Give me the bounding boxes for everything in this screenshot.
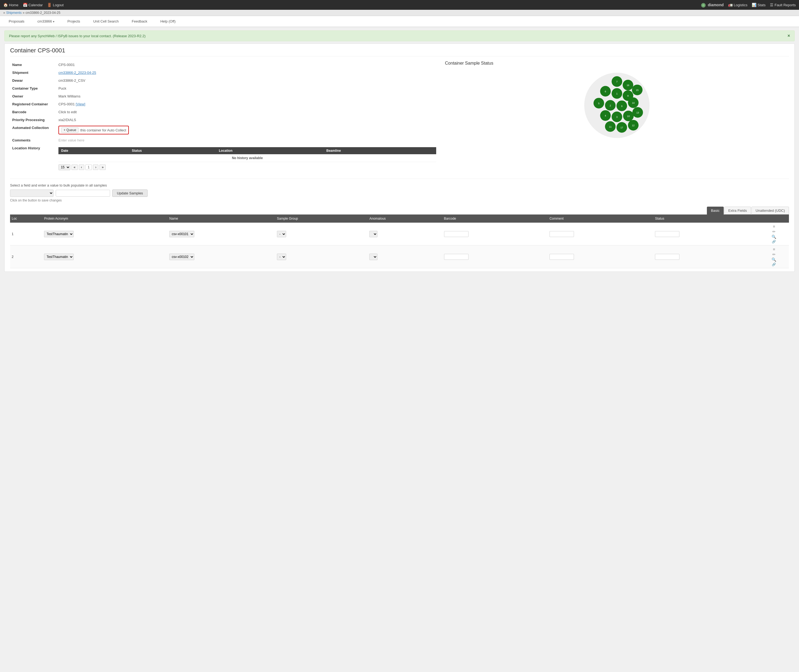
faultreports-link[interactable]: ☰ Fault Reports [770, 3, 796, 7]
row1-comment [548, 222, 653, 245]
faultreports-icon: ☰ [770, 3, 773, 7]
row1-protein-select[interactable]: TestThaumatin [44, 231, 74, 237]
tab-projects-label: Projects [67, 19, 80, 23]
alert-message: Please report any SynchWeb / ISPyB issue… [9, 34, 146, 38]
home-link[interactable]: 🏠 Home [3, 3, 18, 7]
field-automated-collection: Automated Collection + Queue this contai… [10, 124, 438, 136]
tab-basic[interactable]: Basic [707, 206, 724, 214]
puck-diagram: 7 16 6 1 8 15 5 2 [582, 70, 652, 141]
svg-text:11: 11 [609, 125, 612, 128]
row1-menu-button[interactable]: ≡ [773, 224, 775, 229]
puck-container: 7 16 6 1 8 15 5 2 [445, 70, 789, 141]
next-page-button[interactable]: › [93, 165, 98, 170]
tab-cm33866-label: cm33866 ▾ [37, 19, 55, 23]
row1-edit-button[interactable]: ✏ [772, 229, 776, 234]
row1-status [653, 222, 759, 245]
row1-search-button[interactable]: 🔍 [772, 235, 776, 239]
stats-link[interactable]: 📊 Stats [752, 3, 765, 7]
field-name: Name CPS-0001 [10, 61, 438, 69]
last-page-button[interactable]: » [99, 165, 106, 170]
first-page-button[interactable]: « [71, 165, 78, 170]
pagination: 15 25 50 « ‹ 1 › » [58, 164, 436, 170]
field-dewar-label: Dewar [10, 77, 56, 85]
sample-status-title: Container Sample Status [445, 61, 789, 66]
col-loc: Loc [10, 214, 42, 222]
row2-menu-button[interactable]: ≡ [773, 247, 775, 251]
row1-barcode [443, 222, 548, 245]
shipment-link[interactable]: cm33866-2_2023-04-25 [58, 70, 96, 75]
col-anomalous: Anomalous [368, 214, 442, 222]
col-comment: Comment [548, 214, 653, 222]
breadcrumb: » Shipments » cm33866-2_2023-04-25 [0, 10, 799, 16]
row2-comment-input[interactable] [550, 254, 574, 260]
breadcrumb-shipments[interactable]: Shipments [6, 11, 22, 14]
per-page-select[interactable]: 15 25 50 [58, 164, 71, 170]
tab-help[interactable]: Help (Off) [154, 16, 182, 27]
bulk-field-select[interactable] [10, 189, 53, 197]
row2-protein-select[interactable]: TestThaumatin [44, 254, 74, 260]
location-history-table: Date Status Location Beamline No history… [58, 147, 436, 162]
row2-name-select[interactable]: csv-x00102 [169, 254, 194, 260]
row2-anomalous-select[interactable] [369, 254, 377, 260]
tab-extra-fields[interactable]: Extra Fields [724, 206, 751, 214]
field-priority-processing-value: xia2/DIALS [56, 116, 438, 124]
prev-page-button[interactable]: ‹ [79, 165, 84, 170]
history-empty-message: No history available [58, 154, 436, 162]
calendar-label: Calendar [29, 3, 43, 7]
field-name-value: CPS-0001 [56, 61, 438, 69]
field-container-type-label: Container Type [10, 85, 56, 92]
row1-barcode-input[interactable] [444, 231, 468, 237]
logout-link[interactable]: 🚪 Logout [47, 3, 64, 7]
row1-loc: 1 [10, 222, 42, 245]
row2-link-button[interactable]: 🔗 [772, 262, 776, 266]
row1-comment-input[interactable] [550, 231, 574, 237]
col-beamline: Beamline [324, 147, 436, 154]
field-comments-value[interactable]: Enter value here [56, 136, 438, 144]
tab-unattended-udc[interactable]: Unattended (UDC) [751, 206, 789, 214]
row2-sample-group-select[interactable]: - [277, 254, 286, 260]
svg-text:6: 6 [605, 90, 606, 93]
field-owner-value: Mark Williams [56, 92, 438, 100]
bulk-value-input[interactable] [56, 190, 110, 197]
row2-status [653, 245, 759, 268]
row1-anomalous-select[interactable] [369, 231, 377, 237]
field-automated-collection-label: Automated Collection [10, 124, 56, 136]
row1-link-button[interactable]: 🔗 [772, 240, 776, 243]
field-shipment-label: Shipment [10, 69, 56, 77]
row1-protein-acronym: TestThaumatin [42, 222, 168, 245]
row2-edit-button[interactable]: ✏ [772, 252, 776, 257]
logistics-link[interactable]: 🚛 Logistics [728, 3, 748, 7]
page-title: Container CPS-0001 [10, 47, 789, 56]
logistics-label: Logistics [734, 3, 748, 7]
two-column-layout: Name CPS-0001 Shipment cm33866-2_2023-04… [10, 61, 789, 172]
queue-button[interactable]: + Queue [61, 127, 79, 133]
field-barcode-value[interactable]: Click to edit [56, 108, 438, 116]
row2-status-input[interactable] [655, 254, 679, 260]
tab-projects[interactable]: Projects [61, 16, 87, 27]
row1-name-select[interactable]: csv-x00101 [169, 231, 194, 237]
row2-barcode-input[interactable] [444, 254, 468, 260]
col-status: Status [653, 214, 759, 222]
right-column: Container Sample Status 7 16 6 1 [445, 61, 789, 172]
calendar-link[interactable]: 📅 Calendar [23, 3, 43, 7]
bulk-update-row: Update Samples [10, 189, 789, 197]
alert-close-button[interactable]: × [788, 34, 790, 38]
logout-icon: 🚪 [47, 3, 51, 7]
tab-unitcellsearch[interactable]: Unit Cell Search [87, 16, 125, 27]
tab-feedback[interactable]: Feedback [125, 16, 154, 27]
row1-sample-group-select[interactable]: - [277, 231, 286, 237]
row1-status-input[interactable] [655, 231, 679, 237]
view-registered-link[interactable]: [View] [76, 102, 85, 106]
row2-search-button[interactable]: 🔍 [772, 258, 776, 262]
field-shipment-value: cm33866-2_2023-04-25 [56, 69, 438, 77]
svg-text:3: 3 [616, 116, 618, 118]
update-samples-button[interactable]: Update Samples [112, 189, 148, 197]
row2-loc: 2 [10, 245, 42, 268]
svg-text:1: 1 [616, 92, 618, 95]
top-navigation: 🏠 Home 📅 Calendar 🚪 Logout ◉ diamond 🚛 L… [0, 0, 799, 10]
row2-sample-group: - [275, 245, 368, 268]
tab-proposals[interactable]: Proposals [2, 16, 31, 27]
col-sample-group: Sample Group [275, 214, 368, 222]
field-registered-container-label: Registered Container [10, 100, 56, 108]
tab-cm33866[interactable]: cm33866 ▾ [31, 16, 61, 27]
